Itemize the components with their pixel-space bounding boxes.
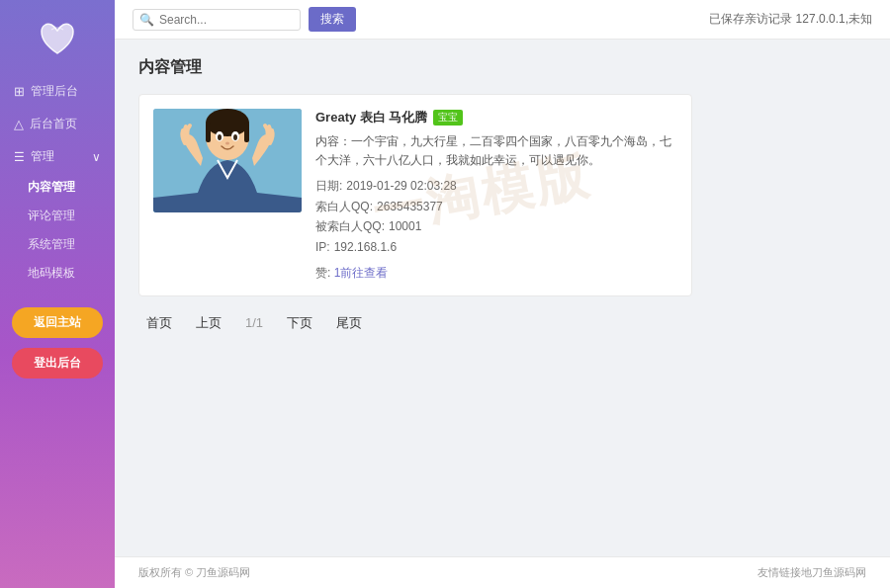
page-title: 内容管理 [138, 57, 866, 78]
topbar: 🔍 搜索 已保存亲访记录 127.0.0.1,未知 [115, 0, 890, 40]
svg-rect-4 [244, 123, 249, 142]
sidebar-item-template[interactable]: 地码模板 [0, 259, 115, 288]
search-input[interactable] [133, 9, 301, 31]
sidebar-item-system[interactable]: 系统管理 [0, 230, 115, 259]
sender-qq-value: 2635435377 [377, 197, 443, 216]
card-description: 内容：一个宇宙，九大行星，二百零四个国家，八百零九个海岛，七个大洋，六十八亿人口… [315, 132, 677, 170]
pagination-next[interactable]: 下页 [279, 312, 320, 334]
svg-rect-3 [206, 123, 211, 142]
logo-icon [36, 18, 79, 61]
date-label: 日期: [315, 176, 342, 196]
sidebar-item-dashboard[interactable]: ⊞ 管理后台 [0, 75, 115, 108]
page-content: 内容管理 [115, 40, 890, 556]
grid-icon: ⊞ [14, 84, 25, 99]
sidebar-item-comment[interactable]: 评论管理 [0, 202, 115, 230]
sidebar-item-back[interactable]: △ 后台首页 [0, 108, 115, 140]
reply-link[interactable]: 1前往查看 [334, 266, 389, 280]
card-meta: 日期: 2019-01-29 02:03:28 索白人QQ: 263543537… [315, 176, 677, 257]
home-icon: △ [14, 117, 24, 131]
sidebar-item-content[interactable]: 内容管理 [0, 173, 115, 202]
ip-label: IP: [315, 237, 330, 257]
sidebar-item-dashboard-label: 管理后台 [31, 83, 78, 100]
card-ip-row: IP: 192.168.1.6 [315, 237, 677, 257]
sidebar-logo [0, 0, 115, 75]
date-value: 2019-01-29 02:03:28 [346, 176, 456, 196]
sidebar-section-manage[interactable]: ☰ 管理 ∨ [0, 140, 115, 173]
pagination-prev[interactable]: 上页 [188, 312, 229, 334]
chevron-down-icon: ∨ [92, 150, 101, 164]
sidebar-navigation: ⊞ 管理后台 △ 后台首页 ☰ 管理 ∨ 内容管理 评论管理 系统管 [0, 75, 115, 288]
search-icon: 🔍 [139, 13, 154, 27]
content-card: Greaty 表白 马化腾 宝宝 内容：一个宇宙，九大行星，二百零四个国家，八百… [138, 94, 692, 296]
pagination-first[interactable]: 首页 [138, 312, 180, 334]
sidebar-section-manage-label: 管理 [31, 148, 54, 165]
list-icon: ☰ [14, 150, 25, 164]
receiver-qq-label: 被索白人QQ: [315, 216, 385, 236]
vip-badge: 宝宝 [433, 110, 463, 126]
sidebar-item-back-label: 后台首页 [30, 116, 77, 132]
card-receiver-qq-row: 被索白人QQ: 10001 [315, 216, 677, 236]
footer: 版权所有 © 刀鱼源码网 友情链接地刀鱼源码网 [115, 556, 890, 588]
card-actions: 赞: 1前往查看 [315, 265, 677, 282]
svg-point-2 [206, 109, 249, 136]
return-home-button[interactable]: 返回主站 [12, 307, 103, 338]
svg-point-7 [218, 134, 222, 140]
reply-label: 赞: [315, 266, 330, 280]
main-area: 🔍 搜索 已保存亲访记录 127.0.0.1,未知 内容管理 [115, 0, 890, 588]
search-input-wrap: 🔍 [133, 9, 301, 31]
ip-value: 192.168.1.6 [334, 237, 397, 257]
sidebar: ⊞ 管理后台 △ 后台首页 ☰ 管理 ∨ 内容管理 评论管理 系统管 [0, 0, 115, 588]
pagination-current: 1/1 [237, 313, 271, 332]
visit-info: 已保存亲访记录 127.0.0.1,未知 [709, 11, 872, 28]
logout-button[interactable]: 登出后台 [12, 348, 103, 378]
pagination: 首页 上页 1/1 下页 尾页 [138, 312, 866, 334]
svg-point-8 [233, 134, 237, 140]
svg-point-9 [225, 142, 229, 145]
sender-qq-label: 索白人QQ: [315, 197, 373, 216]
pagination-last[interactable]: 尾页 [328, 312, 370, 334]
receiver-qq-value: 10001 [389, 216, 421, 236]
card-title-row: Greaty 表白 马化腾 宝宝 [315, 109, 677, 126]
person-illustration [153, 109, 302, 212]
footer-right: 友情链接地刀鱼源码网 [757, 565, 866, 580]
footer-left: 版权所有 © 刀鱼源码网 [138, 565, 250, 580]
card-date-row: 日期: 2019-01-29 02:03:28 [315, 176, 677, 196]
search-area: 🔍 搜索 [133, 7, 356, 32]
card-right: Greaty 表白 马化腾 宝宝 内容：一个宇宙，九大行星，二百零四个国家，八百… [315, 109, 677, 282]
card-title: Greaty 表白 马化腾 [315, 109, 427, 126]
search-button[interactable]: 搜索 [309, 7, 356, 32]
card-sender-qq-row: 索白人QQ: 2635435377 [315, 197, 677, 216]
sidebar-buttons: 返回主站 登出后台 [0, 307, 115, 378]
card-image [153, 109, 302, 212]
